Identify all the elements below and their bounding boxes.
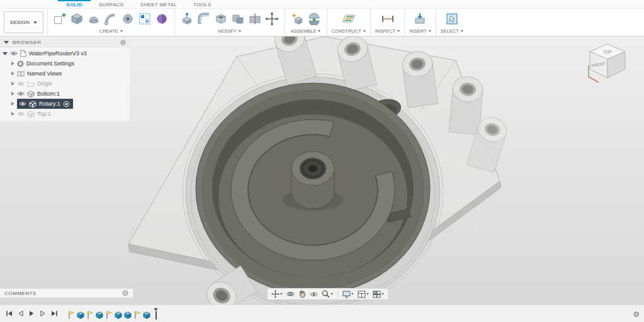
revolve-button[interactable] [86,11,102,27]
timeline-playhead[interactable] [154,308,158,319]
tab-surface[interactable]: SURFACE [91,0,132,8]
extrude-button[interactable] [69,11,85,27]
timeline-item-component[interactable] [115,311,122,319]
component-icon [27,111,35,118]
multiple-views-button[interactable] [371,289,385,299]
tree-item-label: Rotary:1 [39,101,60,107]
viewcube-top-label: TOP [602,49,612,54]
timeline-item-component[interactable] [77,311,84,319]
expand-icon[interactable] [11,92,14,96]
sweep-button[interactable] [103,11,119,27]
create-sketch-button[interactable] [52,11,68,27]
hole-button[interactable] [120,11,136,27]
form-button[interactable] [154,11,170,27]
measure-button[interactable] [380,11,395,27]
component-icon [27,91,35,97]
comments-bar[interactable]: COMMENTS [0,288,133,298]
visibility-eye-icon[interactable] [17,111,25,116]
origin-folder-icon [27,80,35,87]
tab-sheet-metal[interactable]: SHEET METAL [132,0,185,8]
orbit-button[interactable] [285,289,296,299]
expand-icon[interactable] [3,52,8,55]
skip-to-end-button[interactable] [50,309,59,318]
play-button[interactable] [28,309,36,318]
playback-controls [0,309,64,318]
expand-icon[interactable] [11,102,14,106]
tab-solid[interactable]: SOLID [58,0,91,8]
tree-item-top[interactable]: Top:1 [0,109,130,119]
chevron-down-icon [318,30,320,32]
expand-icon[interactable] [11,82,14,86]
axis-x-indicator [589,77,599,82]
orbit-icon [286,290,295,298]
insert-button[interactable] [412,11,428,27]
collapse-panel-icon[interactable] [4,41,9,44]
toolbar-group-select: SELECT [436,9,468,36]
skip-to-start-button[interactable] [5,309,13,318]
timeline-item-sketch[interactable] [86,311,94,319]
design-menu-button[interactable]: DESIGN [4,11,43,33]
magnifier-icon [322,290,330,298]
comments-options-icon[interactable] [122,290,128,296]
expand-icon[interactable] [11,62,14,65]
construction-plane-button[interactable] [341,11,356,27]
visibility-eye-icon[interactable] [10,51,18,56]
display-settings-button[interactable] [341,289,355,299]
combine-button[interactable] [230,11,246,27]
tree-item-named-views[interactable]: Named Views [0,69,130,79]
tree-item-rotary[interactable]: Rotary:1 [0,99,130,109]
selected-row-highlight[interactable]: Rotary:1 [17,99,73,109]
pan-orbit-button[interactable] [270,289,284,299]
select-group-label[interactable]: SELECT [441,28,463,35]
timeline-item-component[interactable] [124,311,132,319]
tree-item-document[interactable]: WaterPipeRouterV3 v3 [0,48,130,58]
select-button[interactable] [444,11,460,27]
insert-group-label[interactable]: INSERT [409,28,431,35]
joint-button[interactable] [307,11,322,27]
chevron-down-icon [429,30,431,32]
construct-group-label[interactable]: CONSTRUCT [332,28,366,35]
create-group-label[interactable]: CREATE [99,28,123,35]
look-at-button[interactable] [308,289,319,299]
layout-grid-button[interactable] [356,289,370,299]
visibility-eye-icon[interactable] [17,91,25,96]
timeline-item-sketch[interactable] [133,311,141,319]
timeline-settings-gear-icon[interactable]: ⚙ [633,311,640,318]
pan-hand-button[interactable] [297,289,307,299]
step-forward-button[interactable] [39,309,47,318]
monitor-icon [342,291,351,298]
shell-button[interactable] [213,11,229,27]
toolbar-group-insert: INSERT [404,9,435,36]
timeline-item-component[interactable] [96,311,103,319]
tree-item-bottom[interactable]: Bottom:1 [0,89,130,99]
activate-component-radio-icon[interactable] [63,101,70,108]
move-copy-button[interactable] [264,11,280,27]
pattern-button[interactable] [137,11,153,27]
step-back-button[interactable] [16,309,25,318]
expand-icon[interactable] [11,72,14,75]
visibility-eye-icon[interactable] [17,81,25,86]
chevron-down-icon [363,30,366,32]
inspect-group-label[interactable]: INSPECT [375,28,400,35]
timeline-item-sketch[interactable] [105,311,113,319]
modify-group-label[interactable]: MODIFY [218,28,241,35]
top-toolbar: SOLID SURFACE SHEET METAL TOOLS DESIGN C… [0,0,644,36]
expand-icon[interactable] [11,112,14,116]
tab-tools[interactable]: TOOLS [185,0,219,8]
fillet-button[interactable] [196,11,212,27]
zoom-button[interactable] [320,289,334,299]
assemble-group-label[interactable]: ASSEMBLE [291,28,320,35]
press-pull-button[interactable] [179,11,195,27]
timeline-item-component[interactable] [143,311,150,319]
browser-header[interactable]: BROWSER [0,38,130,47]
timeline-item-sketch[interactable] [67,311,75,319]
split-body-button[interactable] [247,11,263,27]
browser-panel: BROWSER WaterPipeRouterV3 v3 Document Se… [0,38,130,121]
visibility-eye-icon[interactable] [19,101,26,106]
new-component-button[interactable] [290,11,305,27]
panel-options-icon[interactable] [120,40,126,45]
view-cube[interactable]: TOP FRONT [585,38,635,88]
tree-item-origin[interactable]: Origin [0,79,130,89]
toolbar-group-construct: CONSTRUCT [327,9,370,36]
tree-item-document-settings[interactable]: Document Settings [0,58,130,69]
